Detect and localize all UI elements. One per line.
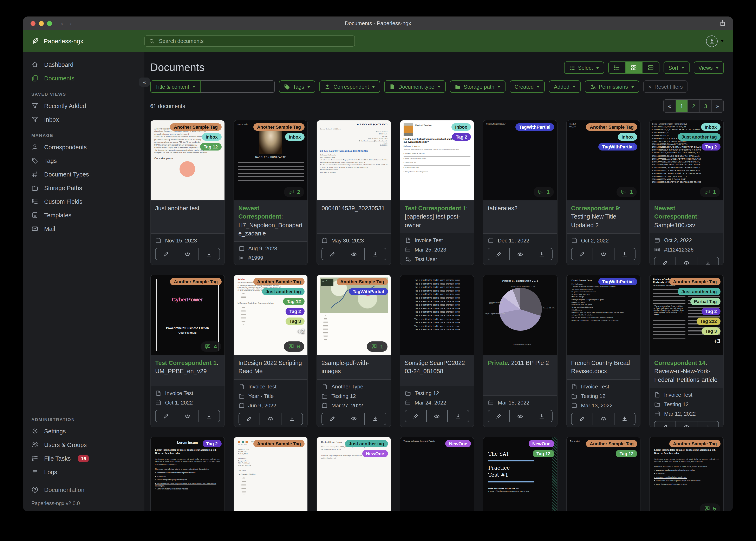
preview-button[interactable]	[509, 410, 531, 422]
tag-pill[interactable]: Another Sample Tag	[253, 440, 305, 447]
document-card[interactable]: This is a test for the double space char…	[400, 274, 474, 427]
edit-button[interactable]	[239, 413, 260, 424]
views-button[interactable]: Views	[693, 61, 724, 74]
edit-button[interactable]	[156, 248, 177, 260]
tag-pill[interactable]: Tag 2	[702, 143, 721, 151]
tag-pill[interactable]: TagWithPartial	[515, 123, 554, 131]
tag-pill[interactable]: Another Sample Tag	[170, 123, 221, 131]
sidebar-item-document-types[interactable]: Document Types	[23, 168, 144, 181]
tag-pill[interactable]: NewOne	[445, 440, 471, 447]
tag-pill[interactable]: Inbox	[701, 123, 721, 131]
tag-pill[interactable]: Partial Tag	[690, 298, 721, 305]
sidebar-collapse-button[interactable]: «	[139, 78, 150, 87]
tag-pill[interactable]: Tag 3	[286, 317, 305, 325]
download-button[interactable]	[614, 248, 635, 260]
document-title-block[interactable]: Just another test	[151, 201, 224, 234]
filter-created-button[interactable]: Created	[510, 80, 545, 93]
document-title-block[interactable]: Newest Correspondent: Sample100.csv	[650, 201, 723, 234]
document-thumbnail[interactable]: Lorem ipsumLorem ipsum dolor sit amet, c…	[650, 437, 723, 511]
download-button[interactable]	[198, 410, 219, 422]
document-card[interactable]: This is a testAnother Sample TagTag 12	[566, 437, 641, 511]
tag-pill[interactable]: Just another tag	[345, 440, 388, 447]
sidebar-item-logs[interactable]: Logs	[23, 465, 144, 479]
comments-badge[interactable]: 2	[284, 187, 304, 197]
document-card[interactable]: This is a multi page document. Page 1.Ne…	[400, 437, 474, 511]
document-thumbnail[interactable]: This is a testAnother Sample TagTag 12	[567, 437, 640, 511]
document-card[interactable]: Lorem ipsumLorem ipsum dolor sit amet, c…	[649, 437, 724, 511]
preview-button[interactable]	[592, 248, 614, 260]
download-button[interactable]	[614, 413, 635, 424]
document-card[interactable]: Contact Sheet DemoGiven a set of image f…	[317, 437, 391, 511]
tag-pill[interactable]: Another Sample Tag	[669, 278, 721, 285]
document-title-block[interactable]: Test Correspondent 1: UM_PPBE_en_v29	[151, 355, 224, 386]
document-card[interactable]: Country,Region/State,"TagWithPartial1tab…	[483, 120, 558, 265]
document-card[interactable]: Medical TeacherHas the new Kirkpatrick g…	[400, 120, 474, 265]
sidebar-item-file-tasks[interactable]: File Tasks16	[23, 451, 144, 465]
edit-button[interactable]	[488, 410, 509, 422]
tag-pill[interactable]: Tag 2	[286, 307, 305, 315]
document-thumbnail[interactable]: Medical TeacherHas the new Kirkpatrick g…	[400, 120, 474, 201]
tag-pill[interactable]: Inbox	[202, 133, 221, 141]
document-thumbnail[interactable]: The SATPracticeTest #1Make time to take …	[483, 437, 557, 511]
tag-pill[interactable]: Another Sample Tag	[586, 440, 637, 447]
download-button[interactable]	[364, 413, 386, 424]
sort-button[interactable]: Sort	[663, 61, 689, 74]
download-button[interactable]	[697, 257, 718, 265]
preview-button[interactable]	[177, 410, 198, 422]
download-button[interactable]	[281, 413, 303, 424]
share-icon[interactable]	[719, 19, 726, 27]
document-card[interactable]: Test Name123-456-7890January 2, 2022July…	[233, 437, 308, 511]
view-grid-button[interactable]	[625, 62, 642, 73]
document-thumbnail[interactable]: Country,Region/State,"TagWithPartial1	[483, 120, 557, 201]
tag-pill[interactable]: Inbox	[451, 123, 471, 131]
filter-storage-path-button[interactable]: Storage path	[450, 80, 506, 93]
download-button[interactable]	[531, 248, 552, 260]
document-card[interactable]: CyberPowerPowerPanel® Business EditionUs…	[150, 274, 225, 427]
preview-button[interactable]	[343, 248, 364, 260]
preview-button[interactable]	[592, 413, 614, 424]
filter-tags-button[interactable]: Tags	[279, 80, 315, 93]
document-thumbnail[interactable]: Patient BP Distribution 2011Isolated Sys…	[483, 275, 557, 355]
tag-pill[interactable]: Just another tag	[678, 288, 721, 295]
document-card[interactable]: AdobeThis document contains in• A summar…	[233, 274, 308, 427]
document-title-block[interactable]: InDesign 2022 Scripting Read Me	[234, 355, 307, 379]
comments-badge[interactable]: 1	[700, 187, 720, 197]
tag-pill[interactable]: NewOne	[362, 450, 388, 457]
document-title-block[interactable]: Test Correspondent 1: [paperless] test p…	[400, 201, 474, 234]
select-button[interactable]: Select	[564, 61, 604, 74]
sidebar-item-settings[interactable]: Settings	[23, 424, 144, 438]
user-menu[interactable]	[706, 35, 724, 47]
reset-filters-button[interactable]: ×Reset filters	[643, 80, 688, 93]
tag-pill[interactable]: Just another tag	[678, 133, 721, 141]
document-thumbnail[interactable]: Francja pod rNAPOLEON BONAPARTEAnother S…	[234, 120, 307, 201]
document-thumbnail[interactable]: This is a multi page document. Page 1.Ne…	[400, 437, 474, 511]
tag-pill[interactable]: Tag 2	[702, 307, 721, 315]
preview-button[interactable]	[676, 257, 697, 265]
document-card[interactable]: Review of Arbitral Awards shows swift Re…	[649, 274, 724, 427]
sidebar-item-recently-added[interactable]: Recently Added	[23, 99, 144, 113]
tag-pill[interactable]: Inbox	[618, 133, 637, 141]
edit-button[interactable]	[488, 248, 509, 260]
document-title-block[interactable]: tablerates2	[483, 201, 557, 234]
document-correspondent[interactable]: Test Correspondent 1	[405, 205, 466, 212]
document-title-block[interactable]: Correspondent 9: Testing New Title Updat…	[567, 201, 640, 234]
document-title-block[interactable]: Private: 2011 BP Pie 2	[483, 355, 557, 396]
tag-pill[interactable]: Another Sample Tag	[337, 278, 388, 285]
document-thumbnail[interactable]: This is a test for the double space char…	[400, 275, 474, 355]
document-correspondent[interactable]: Newest Correspondent	[238, 205, 281, 220]
tag-pill[interactable]: Tag 12	[533, 450, 554, 457]
app-brand[interactable]: Paperless-ngx	[23, 37, 144, 45]
tag-pill[interactable]: Tag 2	[452, 133, 471, 141]
document-card[interactable]: Francja pod rNAPOLEON BONAPARTEAnother S…	[233, 120, 308, 265]
document-title-block[interactable]: French Country Bread Revised.docx	[567, 355, 640, 379]
edit-button[interactable]	[655, 257, 676, 265]
document-correspondent[interactable]: Private	[488, 359, 508, 366]
pagination-page-3[interactable]: 3	[699, 100, 711, 112]
document-card[interactable]: one,1.0five,5.0Another Sample TagInboxTa…	[566, 120, 641, 265]
title-content-filter-input[interactable]	[200, 80, 275, 93]
edit-button[interactable]	[322, 413, 343, 424]
preview-button[interactable]	[509, 248, 531, 260]
view-list-button[interactable]	[608, 62, 625, 73]
document-card[interactable]: The SATPracticeTest #1Make time to take …	[483, 437, 558, 511]
download-button[interactable]	[697, 421, 718, 427]
